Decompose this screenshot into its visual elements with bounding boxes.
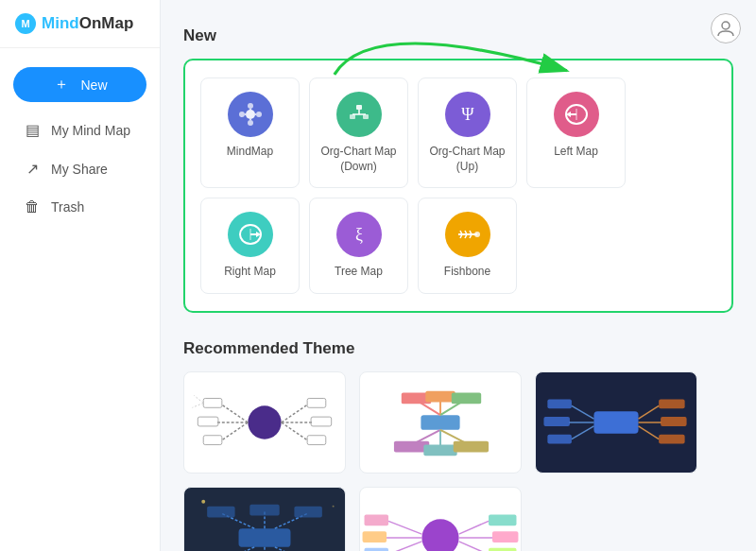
svg-rect-13	[356, 105, 362, 110]
svg-line-73	[639, 405, 660, 419]
svg-text:M: M	[21, 18, 29, 29]
svg-point-38	[248, 405, 281, 439]
svg-point-37	[474, 232, 480, 237]
logo-text: MindOnMap	[42, 14, 133, 33]
profile-area	[711, 13, 741, 43]
svg-rect-50	[307, 398, 326, 407]
sidebar-item-trash[interactable]: 🗑 Trash	[6, 189, 154, 225]
map-grid: MindMap O	[200, 77, 716, 294]
main-content: New	[161, 0, 756, 551]
theme-grid	[183, 371, 733, 551]
map-item-mindmap[interactable]: MindMap	[200, 77, 300, 188]
svg-rect-72	[547, 435, 572, 444]
svg-rect-64	[423, 444, 456, 456]
svg-line-104	[459, 542, 489, 551]
svg-line-75	[639, 426, 660, 439]
fishbone-label: Fishbone	[444, 265, 490, 280]
svg-rect-53	[421, 415, 459, 430]
svg-rect-51	[311, 417, 332, 426]
svg-line-102	[459, 521, 489, 534]
new-section-title: New	[183, 26, 733, 45]
map-item-fishbone[interactable]: Fishbone	[418, 198, 517, 294]
plus-icon: ＋	[52, 75, 71, 95]
svg-rect-65	[454, 440, 489, 452]
theme-card-3[interactable]	[535, 371, 697, 474]
right-map-label: Right Map	[224, 265, 276, 280]
new-section: New	[183, 26, 733, 313]
sidebar-item-my-mind-map[interactable]: ▤ My Mind Map	[6, 112, 154, 148]
svg-point-92	[201, 500, 205, 504]
tree-map-label: Tree Map	[335, 265, 383, 280]
sidebar-item-my-share-label: My Share	[51, 162, 108, 177]
theme-card-1[interactable]	[183, 371, 346, 474]
svg-rect-107	[489, 548, 516, 551]
svg-point-8	[256, 112, 262, 117]
theme-card-2[interactable]	[359, 371, 522, 474]
svg-line-46	[192, 403, 203, 407]
svg-line-49	[282, 422, 307, 440]
profile-button[interactable]	[711, 13, 741, 43]
svg-rect-79	[239, 528, 291, 547]
svg-line-86	[222, 547, 254, 551]
svg-rect-52	[307, 436, 326, 445]
svg-rect-58	[425, 390, 455, 402]
sidebar-item-my-share[interactable]: ↗ My Share	[6, 150, 154, 187]
recommended-section: Recommended Theme	[183, 339, 733, 551]
svg-rect-70	[547, 399, 572, 408]
map-item-left-map[interactable]: Left Map	[526, 77, 626, 188]
svg-line-67	[572, 405, 594, 419]
share-icon: ↗	[23, 160, 42, 178]
svg-rect-83	[207, 506, 234, 517]
new-box: MindMap O	[183, 59, 733, 313]
svg-point-5	[248, 103, 253, 109]
map-item-org-chart-up[interactable]: Ψ Org-Chart Map (Up)	[418, 77, 517, 188]
svg-rect-71	[543, 417, 569, 426]
map-icon: ▤	[23, 121, 42, 139]
svg-rect-77	[661, 417, 686, 426]
svg-line-39	[222, 405, 248, 422]
svg-line-45	[194, 395, 203, 403]
org-chart-down-label: Org-Chart Map(Down)	[320, 145, 396, 174]
svg-rect-84	[249, 504, 279, 515]
svg-line-47	[282, 405, 307, 422]
logo-area: M MindOnMap	[0, 0, 160, 48]
svg-rect-44	[203, 436, 222, 445]
mindmap-label: MindMap	[227, 145, 273, 160]
user-icon	[716, 19, 735, 38]
org-chart-up-label: Org-Chart Map (Up)	[428, 145, 507, 174]
fishbone-icon	[445, 212, 490, 257]
svg-rect-42	[203, 398, 222, 407]
sidebar-item-new[interactable]: ＋ New	[13, 67, 146, 102]
svg-line-98	[388, 542, 421, 551]
map-item-tree-map[interactable]: ξ Tree Map	[309, 198, 408, 294]
svg-rect-106	[492, 531, 518, 542]
svg-rect-43	[198, 417, 218, 426]
svg-text:Ψ: Ψ	[461, 105, 474, 124]
left-map-label: Left Map	[554, 145, 598, 160]
theme-card-4[interactable]	[183, 487, 346, 551]
svg-line-88	[275, 547, 307, 551]
theme-card-5[interactable]	[359, 487, 522, 551]
org-chart-down-icon	[336, 92, 382, 137]
svg-point-95	[421, 519, 458, 551]
sidebar-item-trash-label: Trash	[51, 199, 84, 215]
svg-rect-99	[365, 514, 389, 525]
trash-icon: 🗑	[23, 198, 42, 215]
sidebar: M MindOnMap ＋ New ▤ My Mind Map ↗ My Sha…	[0, 0, 161, 551]
svg-point-7	[239, 112, 245, 117]
svg-rect-76	[659, 399, 684, 408]
mindmap-icon	[228, 92, 273, 137]
svg-point-2	[722, 22, 730, 29]
svg-rect-78	[659, 435, 684, 444]
sidebar-item-new-label: New	[80, 77, 107, 93]
map-item-right-map[interactable]: Right Map	[200, 198, 300, 294]
svg-rect-59	[452, 392, 481, 404]
svg-rect-66	[593, 411, 638, 434]
map-item-org-chart-down[interactable]: Org-Chart Map(Down)	[309, 77, 408, 188]
svg-point-94	[333, 505, 335, 507]
svg-text:ξ: ξ	[354, 225, 362, 244]
svg-rect-101	[365, 548, 389, 551]
svg-line-96	[388, 521, 421, 534]
right-map-icon	[228, 212, 273, 257]
svg-line-69	[572, 426, 594, 439]
